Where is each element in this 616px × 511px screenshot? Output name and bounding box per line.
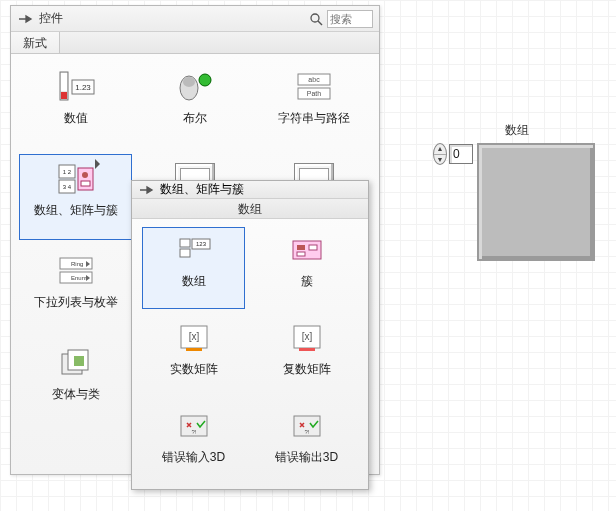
subpalette-item-label: 数组 xyxy=(182,274,206,288)
subpalette-item-label: 错误输出3D xyxy=(275,450,338,464)
subpalette-item-cluster[interactable]: 簇 xyxy=(255,227,358,309)
subpalette-header: 数组、矩阵与簇 xyxy=(132,181,368,199)
palette-tabs: 新式 xyxy=(11,32,379,54)
palette-title: 控件 xyxy=(39,10,63,27)
palette-item-label: 数组、矩阵与簇 xyxy=(34,203,118,217)
subpalette-item-label: 簇 xyxy=(301,274,313,288)
palette-item-enum[interactable]: RingEnum下拉列表与枚举 xyxy=(19,246,132,332)
svg-line-1 xyxy=(318,21,322,25)
svg-text:[x]: [x] xyxy=(188,331,199,342)
svg-rect-20 xyxy=(81,181,90,186)
palette-item-numeric[interactable]: 1.23数值 xyxy=(19,62,132,148)
palette-item-string-path[interactable]: abcPath字符串与路径 xyxy=(258,62,371,148)
search-icon[interactable] xyxy=(309,12,323,26)
svg-rect-38 xyxy=(186,348,202,351)
palette-item-label: 布尔 xyxy=(183,111,207,125)
palette-item-boolean[interactable]: 布尔 xyxy=(138,62,251,148)
array-icon: 123 xyxy=(172,232,216,268)
search-input[interactable] xyxy=(327,10,373,28)
palette-item-label: 数值 xyxy=(64,111,88,125)
svg-rect-28 xyxy=(180,239,190,247)
svg-rect-34 xyxy=(309,245,317,250)
svg-rect-29 xyxy=(180,249,190,257)
subpalette-item-label: 实数矩阵 xyxy=(170,362,218,376)
svg-rect-27 xyxy=(74,356,84,366)
svg-text:1.23: 1.23 xyxy=(75,83,91,92)
subpalette-subtitle: 数组 xyxy=(132,199,368,219)
svg-text:1 2: 1 2 xyxy=(62,169,71,175)
svg-point-8 xyxy=(183,77,195,87)
svg-point-9 xyxy=(199,74,211,86)
array-control[interactable]: 数组 ▲ ▼ 0 xyxy=(433,122,601,261)
enum-icon: RingEnum xyxy=(54,253,98,289)
stepper-up[interactable]: ▲ xyxy=(434,144,446,155)
boolean-icon xyxy=(173,69,217,105)
subpalette-item-complex-matrix[interactable]: [x]复数矩阵 xyxy=(255,315,358,397)
array-element-container[interactable] xyxy=(477,143,595,261)
stepper-down[interactable]: ▼ xyxy=(434,155,446,165)
subpalette-item-error-out[interactable]: ?!错误输出3D xyxy=(255,403,358,485)
svg-text:?!: ?! xyxy=(304,429,309,435)
svg-text:Enum: Enum xyxy=(71,275,87,281)
svg-rect-4 xyxy=(61,73,67,91)
svg-text:Path: Path xyxy=(307,90,322,97)
tab-modern[interactable]: 新式 xyxy=(11,32,60,53)
index-stepper[interactable]: ▲ ▼ xyxy=(433,143,447,165)
svg-rect-35 xyxy=(297,252,305,256)
palette-item-label: 下拉列表与枚举 xyxy=(34,295,118,309)
array-cluster-icon: 1 23 4 xyxy=(54,161,98,197)
svg-point-0 xyxy=(311,14,319,22)
real-matrix-icon: [x] xyxy=(172,320,216,356)
subpalette-item-label: 复数矩阵 xyxy=(283,362,331,376)
cluster-icon xyxy=(285,232,329,268)
palette-item-label: 字符串与路径 xyxy=(278,111,350,125)
subpalette-title: 数组、矩阵与簇 xyxy=(160,181,244,198)
svg-text:3 4: 3 4 xyxy=(62,184,71,190)
palette-item-array-cluster[interactable]: 1 23 4数组、矩阵与簇 xyxy=(19,154,132,240)
subpalette-item-array[interactable]: 123数组 xyxy=(142,227,245,309)
numeric-icon: 1.23 xyxy=(54,69,98,105)
svg-text:Ring: Ring xyxy=(71,261,83,267)
sub-arrow-icon xyxy=(95,159,100,169)
svg-text:?!: ?! xyxy=(191,429,196,435)
svg-rect-33 xyxy=(297,245,305,250)
complex-matrix-icon: [x] xyxy=(285,320,329,356)
pin-icon[interactable] xyxy=(138,184,154,196)
palette-item-variant[interactable]: 变体与类 xyxy=(19,338,132,424)
pin-icon[interactable] xyxy=(17,13,33,25)
svg-rect-3 xyxy=(61,92,67,99)
palette-header: 控件 xyxy=(11,6,379,32)
palette-item-label: 变体与类 xyxy=(52,387,100,401)
svg-rect-18 xyxy=(78,168,93,190)
index-value[interactable]: 0 xyxy=(449,144,473,164)
svg-rect-41 xyxy=(299,348,315,351)
svg-text:[x]: [x] xyxy=(301,331,312,342)
subpalette-item-label: 错误输入3D xyxy=(162,450,225,464)
variant-icon xyxy=(54,345,98,381)
string-path-icon: abcPath xyxy=(292,69,336,105)
subpalette-item-error-in[interactable]: ?!错误输入3D xyxy=(142,403,245,485)
array-control-label: 数组 xyxy=(433,122,601,139)
svg-point-19 xyxy=(82,172,88,178)
error-out-icon: ?! xyxy=(285,408,329,444)
subpalette-array-cluster: 数组、矩阵与簇 数组 123数组簇[x]实数矩阵[x]复数矩阵?!错误输入3D?… xyxy=(131,180,369,490)
subpalette-item-real-matrix[interactable]: [x]实数矩阵 xyxy=(142,315,245,397)
error-in-icon: ?! xyxy=(172,408,216,444)
svg-text:123: 123 xyxy=(195,241,206,247)
svg-text:abc: abc xyxy=(309,76,321,83)
